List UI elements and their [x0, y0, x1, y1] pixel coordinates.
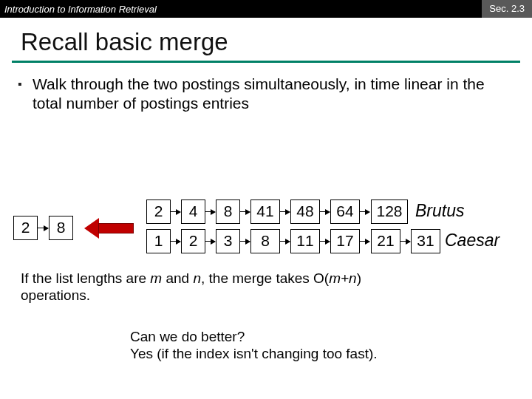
- caesar-node: 17: [330, 229, 360, 253]
- brutus-node: 41: [250, 200, 280, 224]
- list-arrow-icon: [205, 241, 215, 242]
- merged-node: 8: [49, 216, 73, 240]
- list-arrow-icon: [171, 241, 180, 242]
- list-arrow-icon: [360, 241, 369, 242]
- list-arrow-icon: [280, 241, 290, 242]
- caesar-node: 2: [181, 229, 205, 253]
- list-arrow-icon: [205, 211, 215, 212]
- brutus-node: 8: [216, 200, 240, 224]
- bullet-text: Walk through the two postings simultaneo…: [33, 75, 511, 112]
- complexity-text: If the list lengths are m and n, the mer…: [21, 270, 405, 304]
- question-answer: Can we do better? Yes (if the index isn'…: [130, 328, 470, 362]
- answer: Yes (if the index isn't changing too fas…: [130, 345, 470, 362]
- question: Can we do better?: [130, 328, 470, 345]
- brutus-node: 2: [146, 200, 171, 224]
- caesar-node: 21: [371, 229, 400, 253]
- var-m: m: [150, 270, 162, 286]
- brutus-node: 64: [330, 200, 360, 224]
- list-arrow-icon: [240, 241, 250, 242]
- caesar-node: 1: [146, 229, 171, 253]
- slide-title: Recall basic merge: [21, 28, 532, 56]
- var-n: n: [193, 270, 201, 286]
- list-arrow-icon: [280, 211, 290, 212]
- caesar-label: Caesar: [445, 231, 499, 250]
- list-arrow-icon: [171, 211, 180, 212]
- list-arrow-icon: [400, 241, 410, 242]
- caesar-node: 31: [411, 229, 440, 253]
- list-arrow-icon: [320, 211, 330, 212]
- var-mn: m+n: [329, 270, 357, 286]
- merged-node: 2: [13, 216, 38, 240]
- list-arrow-icon: [320, 241, 330, 242]
- brutus-node: 4: [181, 200, 205, 224]
- title-rule: [12, 61, 520, 63]
- course-title: Introduction to Information Retrieval: [4, 4, 157, 15]
- brutus-label: Brutus: [415, 201, 464, 221]
- caesar-node: 8: [250, 229, 280, 253]
- caesar-node: 3: [216, 229, 240, 253]
- text: and: [162, 270, 193, 286]
- text: , the merge takes O(: [201, 270, 329, 286]
- caesar-node: 11: [290, 229, 320, 253]
- header-bar: Introduction to Information Retrieval Se…: [0, 0, 532, 18]
- section-tag: Sec. 2.3: [482, 0, 532, 18]
- merge-arrow-icon: [38, 228, 48, 228]
- brutus-node: 48: [290, 200, 320, 224]
- list-arrow-icon: [360, 211, 369, 212]
- text: If the list lengths are: [21, 270, 150, 286]
- brutus-node: 128: [371, 200, 408, 224]
- list-arrow-icon: [240, 211, 250, 212]
